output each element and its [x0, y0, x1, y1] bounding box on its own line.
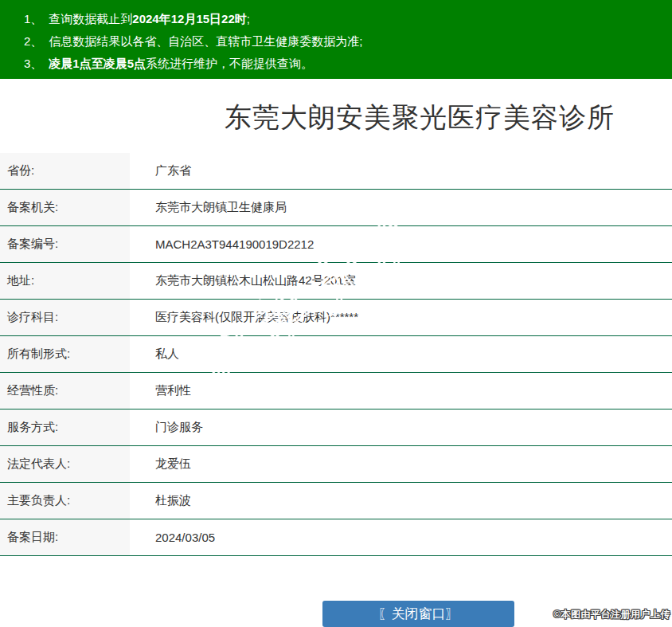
field-label: 主要负责人: — [0, 483, 130, 519]
field-label: 法定代表人: — [0, 446, 130, 482]
row-legal-representative: 法定代表人: 龙爱伍 — [0, 446, 672, 483]
field-label: 所有制形式: — [0, 336, 130, 372]
field-value: 东莞市大朗镇卫生健康局 — [130, 190, 287, 225]
field-value: MACH2A3T944190019D2212 — [130, 226, 314, 262]
notice-text-bold: 2024年12月15日22时 — [132, 12, 246, 25]
notice-text: 信息数据结果以各省、自治区、直辖市卫生健康委数据为准; — [49, 34, 362, 48]
field-value: 医疗美容科(仅限开展美容皮肤科)****** — [130, 300, 358, 335]
row-province: 省份: 广东省 — [0, 153, 672, 190]
row-ownership-type: 所有制形式: 私人 — [0, 336, 672, 373]
row-filing-number: 备案编号: MACH2A3T944190019D2212 — [0, 226, 672, 263]
copyright-note: ©本图由平台注册用户上传 — [553, 608, 670, 621]
field-value: 私人 — [130, 336, 179, 372]
notice-text-bold: 凌晨1点至凌晨5点 — [49, 57, 146, 70]
field-value: 门诊服务 — [130, 410, 203, 445]
notice-bar: 1、查询数据截止到2024年12月15日22时; 2、信息数据结果以各省、自治区… — [0, 0, 672, 79]
notice-line-3: 3、凌晨1点至凌晨5点系统进行维护，不能提供查询。 — [24, 53, 664, 75]
row-address: 地址: 东莞市大朗镇松木山松山路42号201室 — [0, 263, 672, 300]
field-value: 杜振波 — [130, 483, 191, 519]
field-label: 备案日期: — [0, 519, 130, 555]
field-label: 服务方式: — [0, 410, 130, 445]
field-label: 经营性质: — [0, 373, 130, 409]
field-label: 诊疗科目: — [0, 300, 130, 335]
row-service-mode: 服务方式: 门诊服务 — [0, 410, 672, 446]
field-value: 东莞市大朗镇松木山松山路42号201室 — [130, 263, 356, 299]
row-filing-authority: 备案机关: 东莞市大朗镇卫生健康局 — [0, 190, 672, 226]
row-filing-date: 备案日期: 2024/03/05 — [0, 519, 672, 556]
field-value: 2024/03/05 — [130, 519, 215, 555]
field-label: 省份: — [0, 153, 130, 189]
notice-text: ; — [247, 12, 250, 25]
close-window-button[interactable]: 〖关闭窗口〗 — [322, 601, 514, 627]
notice-text: 查询数据截止到 — [49, 12, 132, 25]
field-value: 龙爱伍 — [130, 446, 191, 482]
row-operation-nature: 经营性质: 营利性 — [0, 373, 672, 410]
field-label: 地址: — [0, 263, 130, 299]
field-value: 营利性 — [130, 373, 191, 409]
notice-line-1: 1、查询数据截止到2024年12月15日22时; — [24, 8, 664, 30]
notice-number: 3、 — [24, 53, 42, 75]
notice-number: 1、 — [24, 8, 42, 30]
notice-text: 系统进行维护，不能提供查询。 — [146, 57, 313, 70]
row-treatment-subjects: 诊疗科目: 医疗美容科(仅限开展美容皮肤科)****** — [0, 300, 672, 336]
field-value: 广东省 — [130, 153, 191, 189]
notice-line-2: 2、信息数据结果以各省、自治区、直辖市卫生健康委数据为准; — [24, 30, 664, 53]
field-label: 备案编号: — [0, 226, 130, 262]
field-label: 备案机关: — [0, 190, 130, 225]
record-table: 省份: 广东省 备案机关: 东莞市大朗镇卫生健康局 备案编号: MACH2A3T… — [0, 153, 672, 556]
medical-record-query-page: { "notices": { "items": [ { "num": "1、",… — [0, 0, 672, 627]
notice-number: 2、 — [24, 30, 42, 53]
row-principal-person: 主要负责人: 杜振波 — [0, 483, 672, 519]
page-title: 东莞大朗安美聚光医疗美容诊所 — [0, 79, 672, 153]
